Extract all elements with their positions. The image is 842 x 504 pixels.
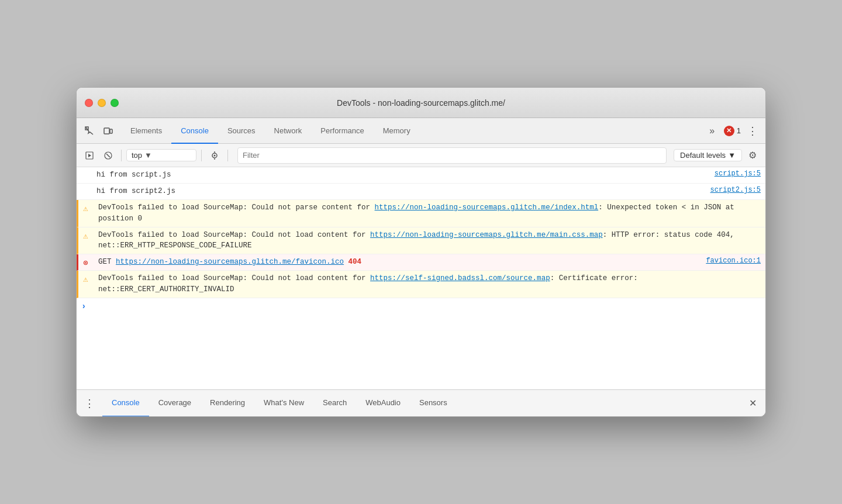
console-toolbar: top ▼ Default levels ▼ ⚙ [77,144,765,167]
drawer-menu-button[interactable]: ⋮ [81,395,98,412]
titlebar: DevTools - non-loading-sourcemaps.glitch… [77,88,765,118]
traffic-lights [85,99,119,107]
svg-rect-2 [110,129,112,133]
drawer-close-button[interactable]: ✕ [744,395,761,412]
console-row-4: ⚠ DevTools failed to load SourceMap: Cou… [77,227,765,255]
console-row-1: hi from script.js script.js:5 [77,167,765,184]
console-row-5-body: GET https://non-loading-sourcemaps.glitc… [98,257,696,268]
close-button[interactable] [85,99,93,107]
drawer-tab-webaudio[interactable]: WebAudio [356,390,410,417]
clear-console-button[interactable] [100,147,116,164]
tab-sources[interactable]: Sources [218,119,265,144]
tab-console[interactable]: Console [171,119,218,144]
tab-performance[interactable]: Performance [311,119,373,144]
drawer-tab-sensors[interactable]: Sensors [410,390,457,417]
console-row-5-icon: ⊗ [83,257,95,268]
tabbar: Elements Console Sources Network Perform… [77,118,765,144]
console-row-2-header: hi from script2.js script2.js:5 [81,186,761,197]
console-row-4-body: DevTools failed to load SourceMap: Could… [98,230,761,252]
error-circle-icon: ⊗ [83,258,88,268]
run-script-button[interactable] [81,147,98,164]
console-prompt[interactable]: › [77,298,765,315]
toolbar-separator-3 [227,150,228,161]
tabbar-right: » ✕ 1 ⋮ [704,123,761,139]
svg-line-6 [106,154,110,157]
filter-input[interactable] [237,147,667,164]
console-row-6-header: ⚠ DevTools failed to load SourceMap: Cou… [83,273,761,295]
toolbar-separator-2 [201,150,202,161]
drawer-tab-console[interactable]: Console [102,390,149,417]
console-row-5: ⊗ GET https://non-loading-sourcemaps.gli… [77,254,765,271]
console-row-1-source[interactable]: script.js:5 [715,170,761,178]
console-row-2: hi from script2.js script2.js:5 [77,184,765,200]
console-row-3: ⚠ DevTools failed to load SourceMap: Cou… [77,200,765,227]
console-row-5-link[interactable]: https://non-loading-sourcemaps.glitch.me… [116,258,344,266]
window-title: DevTools - non-loading-sourcemaps.glitch… [337,98,505,108]
context-selector-arrow: ▼ [144,151,152,160]
console-row-1-body: hi from script.js [96,170,705,181]
warning-triangle-icon: ⚠ [83,203,88,213]
drawer-tab-coverage[interactable]: Coverage [149,390,201,417]
console-row-4-header: ⚠ DevTools failed to load SourceMap: Cou… [83,230,761,252]
minimize-button[interactable] [98,99,106,107]
console-row-4-icon: ⚠ [83,230,95,241]
console-row-6: ⚠ DevTools failed to load SourceMap: Cou… [77,271,765,298]
tab-elements[interactable]: Elements [121,119,171,144]
context-selector[interactable]: top ▼ [126,149,196,161]
bottom-drawer: ⋮ Console Coverage Rendering What's New … [77,389,765,416]
tabbar-icons [81,123,116,139]
console-row-3-body: DevTools failed to load SourceMap: Could… [98,202,761,225]
maximize-button[interactable] [111,99,119,107]
inspect-element-button[interactable] [81,123,98,139]
more-tabs-button[interactable]: » [704,123,720,139]
console-row-6-body: DevTools failed to load SourceMap: Could… [98,273,761,295]
drawer-tab-search[interactable]: Search [313,390,356,417]
svg-rect-1 [104,128,109,134]
settings-button[interactable]: ⚙ [744,147,761,164]
tab-list: Elements Console Sources Network Perform… [121,118,704,143]
error-count-badge[interactable]: ✕ 1 [724,126,741,136]
console-row-4-link[interactable]: https://non-loading-sourcemaps.glitch.me… [370,231,603,239]
console-row-6-link[interactable]: https://self-signed.badssl.com/source.ma… [370,274,550,282]
devtools-menu-button[interactable]: ⋮ [744,123,761,139]
console-row-2-source[interactable]: script2.js:5 [710,186,761,194]
console-row-2-icon [81,186,93,187]
console-row-5-header: ⊗ GET https://non-loading-sourcemaps.gli… [83,257,761,268]
error-badge-icon: ✕ [724,126,734,136]
prompt-arrow-icon: › [81,302,86,311]
default-levels-arrow: ▼ [728,151,736,160]
console-row-6-icon: ⚠ [83,273,95,284]
warning-triangle-icon-2: ⚠ [83,231,88,241]
svg-point-8 [214,154,216,156]
warning-triangle-icon-3: ⚠ [83,274,88,284]
console-content: hi from script.js script.js:5 hi from sc… [77,167,765,389]
toolbar-separator-1 [121,150,122,161]
devtools-window: DevTools - non-loading-sourcemaps.glitch… [76,87,766,417]
tab-network[interactable]: Network [265,119,312,144]
console-row-1-header: hi from script.js script.js:5 [81,170,761,181]
drawer-tab-whats-new[interactable]: What's New [254,390,313,417]
console-row-2-body: hi from script2.js [96,186,701,197]
status-code-404: 404 [348,258,362,266]
live-expressions-button[interactable] [206,147,223,164]
device-toggle-button[interactable] [100,123,116,139]
default-levels-button[interactable]: Default levels ▼ [674,149,742,161]
console-row-1-icon [81,170,93,171]
tab-memory[interactable]: Memory [374,119,420,144]
drawer-tab-rendering[interactable]: Rendering [201,390,254,417]
console-row-3-header: ⚠ DevTools failed to load SourceMap: Cou… [83,202,761,225]
console-row-3-link[interactable]: https://non-loading-sourcemaps.glitch.me… [375,203,599,212]
console-row-3-icon: ⚠ [83,202,95,213]
svg-marker-4 [88,154,91,157]
console-row-5-source[interactable]: favicon.ico:1 [706,257,761,265]
